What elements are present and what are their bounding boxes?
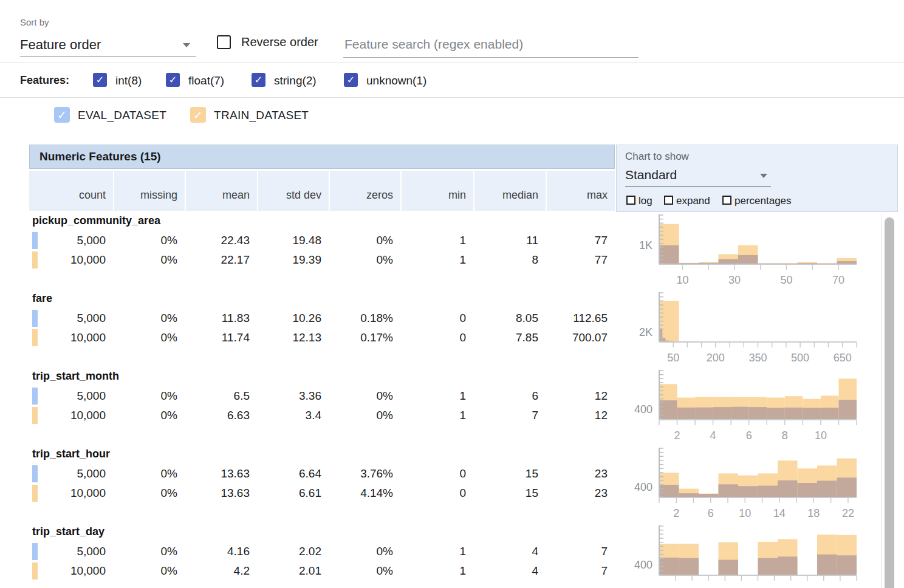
- stat-min: 1: [400, 251, 473, 269]
- stat-median: 6: [473, 387, 546, 405]
- filter-unknown-checkbox[interactable]: ✓: [344, 73, 358, 87]
- stat-missing: 0%: [113, 329, 185, 347]
- stat-count: 10,000: [29, 562, 113, 580]
- feature-name: fare: [32, 292, 52, 305]
- feature-name: trip_start_hour: [32, 448, 110, 460]
- eval-dataset-label: EVAL_DATASET: [78, 109, 166, 122]
- stats-row-eval_dataset: 5,0000%11.8310.260.18%08.05112.65: [29, 309, 615, 327]
- stat-missing: 0%: [113, 484, 185, 502]
- col-header-mean: mean: [185, 171, 257, 211]
- dataset-swatch: [32, 465, 38, 482]
- stat-zeros: 0.17%: [329, 329, 400, 347]
- svg-text:6: 6: [746, 429, 752, 442]
- filter-unknown-label: unknown(1): [366, 74, 426, 87]
- stat-min: 1: [400, 387, 473, 405]
- stat-zeros: 0%: [329, 542, 400, 561]
- log-checkbox[interactable]: [626, 196, 635, 205]
- dataset-swatch: [32, 251, 38, 268]
- col-header-stddev: std dev: [257, 171, 329, 211]
- stat-std-dev: 12.13: [257, 329, 329, 347]
- dataset-swatch: [32, 310, 38, 327]
- svg-text:500: 500: [791, 352, 809, 364]
- stat-count: 5,000: [29, 542, 113, 561]
- stat-min: 1: [400, 562, 473, 580]
- histogram-container: 246810400: [626, 368, 878, 446]
- svg-text:2K: 2K: [639, 326, 652, 338]
- svg-text:400: 400: [634, 481, 652, 493]
- percentages-label: percentages: [734, 195, 792, 207]
- stat-mean: 22.43: [185, 231, 257, 250]
- stat-max: 7: [546, 542, 615, 561]
- feature-name: trip_start_day: [32, 525, 104, 538]
- stat-zeros: 0%: [329, 562, 400, 580]
- dataset-swatch: [32, 329, 38, 346]
- filter-float-checkbox[interactable]: ✓: [166, 73, 180, 87]
- pickup_community_area-histogram: 103050701K: [626, 213, 878, 290]
- eval-dataset-checkbox[interactable]: ✓: [54, 107, 70, 123]
- filter-int-checkbox[interactable]: ✓: [93, 73, 107, 87]
- svg-text:650: 650: [834, 352, 852, 364]
- stat-mean: 4.2: [185, 562, 257, 580]
- vertical-scrollbar[interactable]: [885, 217, 894, 588]
- stat-zeros: 0%: [329, 231, 400, 250]
- expand-checkbox[interactable]: [664, 196, 673, 205]
- chart-type-value: Standard: [625, 168, 677, 182]
- stats-row-train_dataset: 10,0000%6.633.40%1712: [29, 406, 615, 425]
- stat-std-dev: 6.61: [257, 484, 329, 502]
- svg-text:4: 4: [710, 429, 716, 442]
- reverse-order-checkbox[interactable]: [217, 35, 231, 49]
- filter-string-label: string(2): [274, 74, 317, 87]
- stat-median: 8: [473, 251, 546, 269]
- stat-mean: 13.63: [185, 465, 257, 483]
- stat-std-dev: 3.4: [257, 406, 329, 425]
- chart-to-show-label: Chart to show: [625, 151, 689, 163]
- col-header-max: max: [546, 171, 615, 211]
- histogram-container: 400: [626, 524, 878, 588]
- feature-block-fare: fare5,0000%11.8310.260.18%08.05112.6510,…: [0, 290, 904, 368]
- stat-std-dev: 19.39: [257, 251, 329, 269]
- feature-search-input[interactable]: [343, 32, 639, 58]
- stat-missing: 0%: [113, 542, 185, 561]
- check-icon: ✓: [252, 73, 265, 87]
- sort-by-dropdown[interactable]: Feature order: [20, 33, 196, 57]
- stat-zeros: 0%: [329, 251, 400, 269]
- divider: [881, 214, 882, 588]
- svg-text:400: 400: [634, 403, 652, 415]
- stat-zeros: 4.14%: [329, 484, 400, 502]
- stats-row-eval_dataset: 5,0000%4.162.020%147: [29, 542, 615, 561]
- svg-text:50: 50: [667, 352, 679, 364]
- chart-type-dropdown[interactable]: Standard: [625, 165, 771, 187]
- feature-block-trip_start_month: trip_start_month5,0000%6.53.360%161210,0…: [0, 368, 904, 446]
- stats-row-train_dataset: 10,0000%11.7412.130.17%07.85700.07: [29, 329, 615, 347]
- percentages-checkbox[interactable]: [722, 196, 731, 205]
- stat-mean: 13.63: [185, 484, 257, 502]
- stat-missing: 0%: [113, 562, 185, 580]
- feature-block-trip_start_day: trip_start_day5,0000%4.162.020%14710,000…: [0, 524, 904, 588]
- stat-missing: 0%: [113, 251, 185, 269]
- filter-string-checkbox[interactable]: ✓: [252, 73, 265, 87]
- stat-std-dev: 3.36: [257, 387, 329, 405]
- histogram-container: 2610141822400: [626, 446, 878, 524]
- stat-max: 700.07: [546, 329, 615, 347]
- svg-text:2: 2: [674, 429, 680, 442]
- svg-text:22: 22: [842, 507, 854, 519]
- stat-max: 12: [546, 406, 615, 425]
- stat-min: 1: [400, 406, 473, 425]
- svg-text:400: 400: [634, 559, 652, 571]
- train-dataset-checkbox[interactable]: ✓: [190, 107, 206, 123]
- stat-mean: 6.63: [185, 406, 257, 425]
- stat-missing: 0%: [113, 406, 185, 425]
- check-icon: ✓: [93, 73, 107, 87]
- svg-text:10: 10: [815, 429, 827, 442]
- stat-max: 12: [546, 387, 615, 405]
- col-header-min: min: [400, 171, 473, 211]
- dataset-swatch: [32, 562, 38, 579]
- svg-text:10: 10: [739, 507, 751, 519]
- stat-zeros: 0%: [329, 387, 400, 405]
- svg-text:8: 8: [782, 429, 788, 442]
- stat-count: 10,000: [29, 329, 113, 347]
- stats-row-eval_dataset: 5,0000%13.636.643.76%01523: [29, 465, 615, 483]
- fare-histogram: 502003505006502K: [626, 290, 878, 368]
- stats-row-train_dataset: 10,0000%13.636.614.14%01523: [29, 484, 615, 502]
- col-header-count: count: [29, 171, 113, 211]
